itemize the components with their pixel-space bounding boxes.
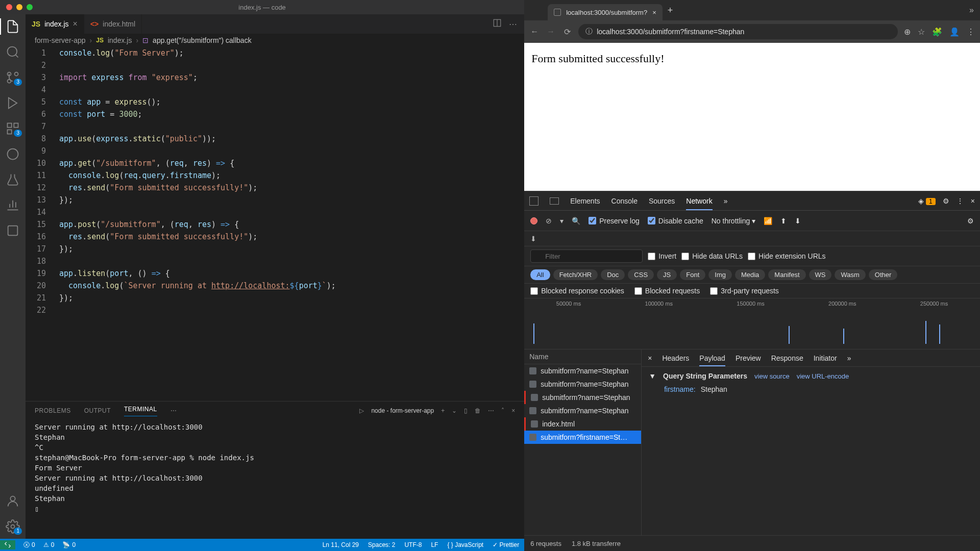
preserve-log-checkbox[interactable]: Preserve log <box>589 217 640 225</box>
request-row[interactable]: submitform?firstname=St… <box>524 431 641 444</box>
request-row[interactable]: submitform?name=Stephan <box>524 391 641 404</box>
type-chip-font[interactable]: Font <box>680 269 705 280</box>
devtools-tab-sources[interactable]: Sources <box>649 197 675 205</box>
type-chip-img[interactable]: Img <box>708 269 732 280</box>
invert-checkbox[interactable]: Invert <box>648 252 676 260</box>
type-chip-wasm[interactable]: Wasm <box>835 269 865 280</box>
explorer-icon[interactable] <box>6 19 20 34</box>
panel-tab-terminal[interactable]: TERMINAL <box>124 406 157 416</box>
panel-tab-problems[interactable]: PROBLEMS <box>35 407 71 414</box>
filter-input[interactable] <box>530 249 643 263</box>
site-info-icon[interactable]: ⓘ <box>585 27 593 36</box>
add-terminal-icon[interactable]: + <box>441 407 445 414</box>
detail-tab-initiator[interactable]: Initiator <box>814 354 837 362</box>
throttling-select[interactable]: No throttling ▾ <box>712 217 755 225</box>
editor-tab-index-js[interactable]: JS index.js × <box>26 14 84 34</box>
type-chip-js[interactable]: JS <box>657 269 677 280</box>
status-eol[interactable]: LF <box>431 541 438 548</box>
detail-tab-preview[interactable]: Preview <box>736 354 761 362</box>
network-timeline[interactable]: 50000 ms100000 ms150000 ms200000 ms25000… <box>524 298 980 349</box>
view-source-link[interactable]: view source <box>754 372 790 380</box>
settings-gear-icon[interactable]: ⚙ <box>943 197 949 205</box>
extensions-icon[interactable]: 🧩 <box>932 27 942 37</box>
debug-icon[interactable]: ▷ <box>359 407 364 414</box>
close-icon[interactable]: × <box>73 19 78 29</box>
chevron-up-icon[interactable]: ˄ <box>501 407 504 414</box>
account-icon[interactable] <box>6 494 20 508</box>
more-icon[interactable]: ⋯ <box>488 407 494 414</box>
type-chip-other[interactable]: Other <box>869 269 898 280</box>
blocked-requests-checkbox[interactable]: Blocked requests <box>634 287 700 295</box>
zoom-icon[interactable]: ⊕ <box>904 27 911 37</box>
filter-toggle-icon[interactable]: ▾ <box>560 217 564 225</box>
new-tab-button[interactable]: + <box>668 5 673 16</box>
network-settings-icon[interactable]: ⚙ <box>967 217 974 225</box>
request-row[interactable]: index.html <box>524 417 641 431</box>
more-icon[interactable]: ⋮ <box>957 197 964 205</box>
graph-icon[interactable] <box>6 198 20 212</box>
trash-icon[interactable]: 🗑 <box>475 407 481 414</box>
status-prettier[interactable]: ✓ Prettier <box>493 541 519 548</box>
split-terminal-icon[interactable]: ▯ <box>464 407 468 414</box>
window-minimize-icon[interactable] <box>16 4 22 10</box>
code-editor[interactable]: 12345678910111213141516171819202122 cons… <box>26 47 524 401</box>
hide-data-urls-checkbox[interactable]: Hide data URLs <box>681 252 743 260</box>
reload-button[interactable]: ⟳ <box>562 27 572 37</box>
address-bar[interactable]: ⓘ localhost:3000/submitform?firstname=St… <box>578 24 898 39</box>
type-chip-fetch/xhr[interactable]: Fetch/XHR <box>553 269 598 280</box>
status-cursor[interactable]: Ln 11, Col 29 <box>323 541 359 548</box>
run-debug-icon[interactable] <box>6 96 20 110</box>
chevron-icon[interactable]: » <box>969 6 974 15</box>
database-icon[interactable] <box>6 223 20 238</box>
devtools-tab-console[interactable]: Console <box>611 197 638 205</box>
remote-icon[interactable] <box>6 147 20 161</box>
download-icon[interactable]: ⬇ <box>795 217 801 225</box>
expand-icon[interactable]: ▼ <box>649 372 656 380</box>
type-chip-ws[interactable]: WS <box>809 269 832 280</box>
disable-cache-checkbox[interactable]: Disable cache <box>648 217 703 225</box>
view-urlencoded-link[interactable]: view URL-encode <box>797 372 849 380</box>
more-tabs-icon[interactable]: » <box>847 354 851 362</box>
detail-tab-headers[interactable]: Headers <box>662 354 689 362</box>
more-tabs-icon[interactable]: » <box>724 197 728 205</box>
panel-tab-output[interactable]: OUTPUT <box>84 407 111 414</box>
request-list-header[interactable]: Name <box>524 349 641 364</box>
upload-icon[interactable]: ⬆ <box>780 217 787 225</box>
status-spaces[interactable]: Spaces: 2 <box>368 541 395 548</box>
detail-tab-payload[interactable]: Payload <box>699 354 725 366</box>
window-close-icon[interactable] <box>6 4 12 10</box>
window-maximize-icon[interactable] <box>27 4 33 10</box>
source-control-icon[interactable]: 3 <box>6 70 20 85</box>
inspect-icon[interactable] <box>529 196 538 206</box>
bookmark-icon[interactable]: ☆ <box>918 27 925 37</box>
issues-badge[interactable]: ◈ 1 <box>918 197 936 205</box>
more-icon[interactable]: ⋯ <box>170 407 177 414</box>
record-button[interactable] <box>530 217 537 224</box>
type-chip-manifest[interactable]: Manifest <box>768 269 805 280</box>
search-icon[interactable] <box>6 45 20 59</box>
remote-indicator[interactable] <box>0 540 15 549</box>
clear-button[interactable]: ⊘ <box>546 217 552 225</box>
settings-gear-icon[interactable]: 1 <box>6 519 20 534</box>
request-row[interactable]: submitform?name=Stephan <box>524 404 641 417</box>
search-icon[interactable]: 🔍 <box>572 217 580 225</box>
status-ports[interactable]: 📡 0 <box>62 541 76 548</box>
close-devtools-icon[interactable]: × <box>971 197 975 205</box>
type-chip-all[interactable]: All <box>530 269 550 280</box>
thirdparty-checkbox[interactable]: 3rd-party requests <box>710 287 779 295</box>
more-icon[interactable]: ⋯ <box>509 19 517 29</box>
status-errors[interactable]: ⓧ 0 <box>23 541 35 549</box>
editor-tab-index-html[interactable]: <> index.html <box>84 14 142 34</box>
extensions-icon[interactable]: 3 <box>6 121 20 136</box>
profile-icon[interactable]: 👤 <box>949 27 960 37</box>
wifi-icon[interactable]: 📶 <box>764 217 772 225</box>
menu-icon[interactable]: ⋮ <box>967 27 975 37</box>
status-encoding[interactable]: UTF-8 <box>404 541 422 548</box>
testing-icon[interactable] <box>6 172 20 187</box>
browser-tab[interactable]: localhost:3000/submitform? × <box>548 4 663 20</box>
terminal-output[interactable]: Server running at http://localhost:3000 … <box>26 420 524 539</box>
download-icon[interactable]: ⬇ <box>530 235 536 243</box>
breadcrumb[interactable]: form-server-app › JS index.js › ⊡ app.ge… <box>26 34 524 47</box>
device-toggle-icon[interactable] <box>550 197 559 205</box>
hide-extension-urls-checkbox[interactable]: Hide extension URLs <box>748 252 826 260</box>
